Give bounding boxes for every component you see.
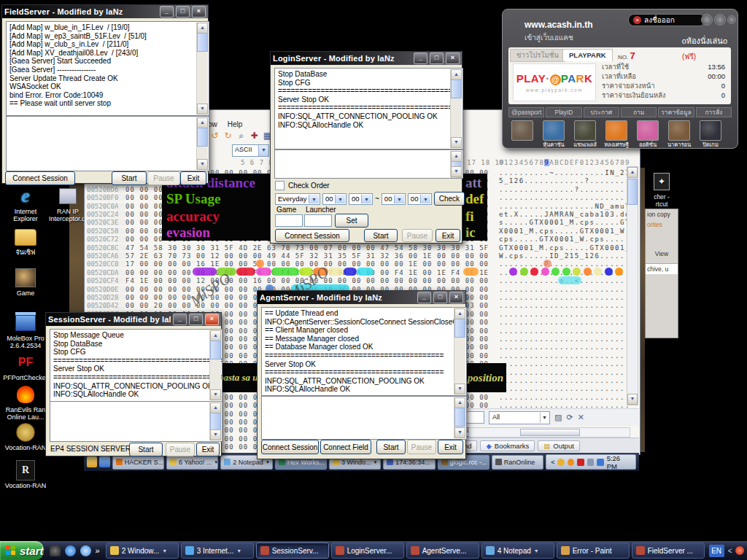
connect-session-button[interactable]: Connect Session	[261, 440, 319, 454]
taskbar-task[interactable]: 4 Notepad▼	[481, 542, 554, 559]
refresh-icon[interactable]: ⟳	[566, 413, 573, 422]
hex-scrollbar[interactable]: ▲ ▼	[627, 166, 638, 405]
scroll-up-icon[interactable]: ▲	[197, 117, 208, 128]
exit-button[interactable]: Exit	[438, 440, 463, 454]
scroll-down-icon[interactable]: ▼	[454, 384, 465, 394]
scroll-down-icon[interactable]: ▼	[210, 429, 221, 440]
taskbar-task[interactable]: 2 Window...▼	[106, 542, 179, 559]
game-shortcut[interactable]: แชพเพลส์	[571, 120, 599, 148]
log-output-secondary[interactable]: ▲▼	[50, 401, 222, 442]
scroll-down-icon[interactable]: ▼	[197, 159, 208, 170]
hex-editor-toolbar[interactable]: ↺↻⌕✚▦	[210, 131, 272, 141]
scrollbar[interactable]: ▲▼	[209, 330, 221, 400]
encoding-select[interactable]: ASCII▼	[232, 144, 269, 157]
maximize-icon[interactable]: □	[189, 314, 203, 325]
goto-icon[interactable]: ▨	[554, 413, 562, 422]
scrollbar-thumb[interactable]	[627, 179, 638, 205]
scroll-down-icon[interactable]: ▼	[451, 166, 462, 177]
check-button[interactable]: Check	[434, 192, 465, 206]
set-button[interactable]: Set	[335, 214, 368, 228]
tray-icon[interactable]	[597, 459, 603, 466]
find-filter-select[interactable]: All▼	[489, 411, 550, 424]
taskbar-task[interactable]: Error - Paint	[557, 542, 630, 559]
scrollbar[interactable]: ▲▼	[450, 151, 462, 177]
hex-editor-menubar[interactable]: owHelp	[208, 120, 242, 128]
start-button[interactable]: Start	[376, 440, 406, 454]
log-output-secondary[interactable]: ▲▼	[261, 396, 467, 440]
menu-item-help[interactable]: Help	[228, 120, 243, 128]
find-icon[interactable]: ⌕	[236, 131, 246, 141]
desktop-icon-ranevils-launcher[interactable]: RanEvils RanOnline Lau...	[3, 385, 48, 421]
minimize-button[interactable]	[727, 15, 736, 24]
close-icon[interactable]: ×	[449, 292, 463, 303]
connect-session-button[interactable]: Connect Session	[275, 229, 349, 242]
undo-icon[interactable]: ↺	[210, 131, 220, 141]
game-shortcut[interactable]: ออดิชั่น	[634, 120, 662, 148]
signout-button[interactable]: × ลงชื่อออก	[628, 14, 705, 26]
log-output[interactable]: Stop DataBaseStop CFG===================…	[274, 68, 463, 149]
language-indicator[interactable]: EN	[709, 545, 724, 557]
titlebar[interactable]: FieldServer - Modified by laNz _ □ ×	[2, 5, 208, 18]
taskbar-task[interactable]: LoginServer...	[331, 542, 404, 559]
scrollbar[interactable]: ▲▼	[454, 397, 465, 438]
close-icon[interactable]: ×	[446, 52, 460, 64]
connect-session-button[interactable]: Connect Session	[5, 171, 75, 185]
game-shortcut[interactable]: นาคารอน	[665, 120, 693, 148]
scroll-up-icon[interactable]: ▲	[451, 151, 462, 162]
game-shortcut[interactable]: ปิดเกม	[697, 120, 724, 148]
taskbar-task[interactable]: 3 Internet...▼	[181, 542, 254, 559]
exit-button[interactable]: Exit	[180, 171, 206, 185]
scrollbar-thumb[interactable]	[454, 319, 465, 338]
scrollbar[interactable]: ▲▼	[450, 69, 462, 148]
log-output-secondary[interactable]: ▲▼	[6, 116, 209, 171]
tray-icon[interactable]	[735, 546, 744, 555]
nav-item[interactable]: ถาม	[621, 107, 657, 117]
maximize-icon[interactable]: □	[433, 292, 447, 303]
nav-item[interactable]: ประกาศ	[584, 107, 619, 117]
tray-icon[interactable]	[577, 459, 584, 466]
desktop-icon-ran-serv-folder[interactable]: จันเซิฟ	[3, 228, 48, 256]
minimize-icon[interactable]: _	[173, 314, 187, 325]
tray-icon[interactable]	[568, 459, 574, 466]
connect-field-button[interactable]: Connect Field	[320, 440, 371, 454]
sound-button[interactable]	[701, 14, 713, 26]
desktop-icon-molebox-pro[interactable]: MoleBox Pro2.6.4.2534	[3, 314, 48, 349]
scrollbar-thumb[interactable]	[454, 408, 465, 427]
launcher-input[interactable]	[304, 214, 332, 227]
scrollbar-thumb[interactable]	[197, 128, 208, 147]
log-output[interactable]: Stop Message QueueStop DataBaseStop CFG=…	[50, 329, 222, 402]
tab-bookmarks[interactable]: ◆Bookmarks	[480, 440, 535, 451]
exit-button[interactable]: Exit	[436, 229, 460, 242]
check-order-checkbox[interactable]	[275, 181, 285, 190]
hour-to-select[interactable]: 00▼	[382, 193, 406, 205]
tab-output[interactable]: ▤Output	[538, 440, 580, 451]
nav-item[interactable]: @passport	[508, 107, 544, 117]
scrollbar-thumb[interactable]	[520, 429, 580, 436]
desktop-icon-vocation-ran-dark[interactable]: RVocation-RAN	[3, 461, 48, 489]
inner-quick-window-icon[interactable]	[99, 456, 109, 467]
exit-button[interactable]: Exit	[196, 443, 220, 456]
tab-playpark[interactable]: PLAYPARK	[562, 49, 613, 61]
scroll-down-icon[interactable]: ▼	[454, 427, 465, 438]
scroll-up-icon[interactable]: ▲	[197, 23, 208, 34]
minimize-icon[interactable]: _	[414, 52, 427, 64]
browser-icon[interactable]	[80, 545, 91, 556]
minimize-icon[interactable]: _	[160, 6, 174, 18]
scrollbar[interactable]: ▲▼	[196, 117, 208, 170]
nav-item[interactable]: การสั่ง	[696, 107, 732, 117]
titlebar[interactable]: AgentServer - Modified by laNz _ □ ×	[258, 291, 465, 304]
start-button[interactable]: start	[0, 541, 44, 560]
close-icon[interactable]: ✕	[578, 413, 584, 422]
start-button[interactable]: Start	[129, 443, 163, 456]
scrollbar[interactable]: ▲▼	[209, 402, 221, 440]
desktop-icon-game[interactable]: Game	[3, 268, 48, 297]
game-shortcut[interactable]	[508, 120, 536, 148]
game-shortcut[interactable]: หลงเศรษฐี	[603, 120, 630, 148]
tray-chevron-icon[interactable]: <	[551, 459, 554, 466]
scroll-up-icon[interactable]: ▲	[210, 330, 221, 341]
background-task[interactable]: 6 Yahoo! ...▼	[166, 455, 218, 470]
desktop-icon-internet-explorer[interactable]: eInternetExplorer	[3, 187, 48, 222]
game-input[interactable]	[275, 214, 303, 227]
desktop-icon-shortcut[interactable]: ✦ cher -rtcut	[645, 172, 678, 208]
scroll-up-icon[interactable]: ▲	[451, 69, 462, 80]
